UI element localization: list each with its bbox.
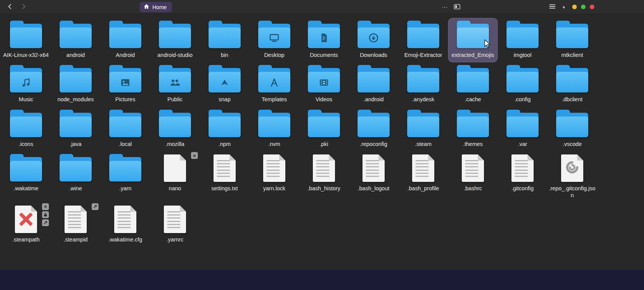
window-controls (572, 5, 594, 9)
folder-icon (159, 68, 191, 92)
file-item[interactable]: .bash_profile (398, 151, 448, 203)
folder-icon (506, 113, 539, 137)
file-item[interactable]: yarn.lock (249, 151, 299, 203)
new-tab-button[interactable] (451, 2, 462, 12)
folder-item[interactable]: Music (1, 62, 51, 107)
item-label: yarn.lock (263, 185, 285, 192)
item-icon-area (549, 65, 596, 94)
forward-button[interactable] (18, 2, 29, 12)
folder-item[interactable]: Videos (299, 62, 349, 107)
folder-item[interactable]: .dbclient (547, 62, 597, 107)
folder-item[interactable]: .java (51, 107, 100, 151)
folder-item[interactable]: Desktop (249, 18, 299, 62)
file-icon (65, 206, 87, 233)
item-icon-area (350, 20, 397, 49)
headerbar: Home ⋯ ▾ (0, 0, 644, 14)
folder-item[interactable]: bin (200, 18, 249, 62)
folder-item[interactable]: .wine (51, 151, 100, 203)
folder-item[interactable]: Templates (249, 62, 299, 107)
file-item[interactable]: × nano (150, 151, 200, 203)
file-item[interactable]: ↗ .steampid (51, 203, 100, 247)
folder-icon (60, 68, 92, 92)
more-menu-button[interactable]: ⋯ (439, 2, 450, 12)
folder-item[interactable]: android-studio (150, 18, 200, 62)
location-home-button[interactable]: Home (140, 2, 172, 12)
folder-item[interactable]: .steam (398, 107, 448, 151)
folder-item[interactable]: node_modules (51, 62, 100, 107)
item-icon-area (251, 20, 298, 49)
folder-item[interactable]: .vscode (547, 107, 597, 151)
item-icon-area (52, 154, 99, 183)
folder-item[interactable]: snap (200, 62, 249, 107)
back-icon (7, 3, 13, 11)
folder-item[interactable]: .nvm (249, 107, 299, 151)
music-emblem-icon (20, 77, 32, 88)
item-label: Public (167, 96, 183, 103)
file-item[interactable]: .repo_.gitconfig.json (547, 151, 597, 203)
folder-icon (358, 68, 390, 92)
folder-item[interactable]: .pki (299, 107, 349, 151)
folder-item[interactable]: Android (100, 18, 150, 62)
item-icon-area (300, 109, 348, 138)
folder-item[interactable]: .cache (448, 62, 498, 107)
file-item[interactable]: .bashrc (448, 151, 498, 203)
folder-icon (556, 113, 588, 137)
back-button[interactable] (5, 2, 15, 12)
item-label: mtkclient (561, 52, 583, 58)
file-item[interactable]: ×↗ .steampath (1, 203, 51, 247)
document-emblem-icon (318, 32, 330, 44)
folder-item[interactable]: Emoji-Extractor (398, 18, 448, 62)
folder-item[interactable]: .icons (1, 107, 51, 151)
item-icon-area (350, 65, 397, 94)
item-icon-area (251, 65, 298, 94)
file-item[interactable]: settings.txt (200, 151, 249, 203)
item-icon-area (52, 20, 99, 49)
folder-item[interactable]: .wakatime (1, 151, 51, 203)
maximize-button[interactable] (581, 5, 586, 9)
bottom-strip (0, 270, 644, 290)
folder-item[interactable]: .yarn (100, 151, 150, 203)
folder-icon (556, 24, 588, 48)
item-label: .config (515, 96, 531, 103)
folder-item[interactable]: .npm (200, 107, 249, 151)
folder-icon (506, 68, 539, 92)
folder-item[interactable]: Documents (299, 18, 349, 62)
folder-item[interactable]: .android (349, 62, 398, 107)
item-label: .yarn (119, 185, 131, 192)
file-icon (462, 154, 484, 182)
folder-item[interactable]: .local (100, 107, 150, 151)
folder-icon (258, 68, 290, 92)
close-button[interactable] (590, 5, 594, 9)
file-item[interactable]: .bash_logout (349, 151, 398, 203)
folder-icon (358, 113, 390, 137)
folder-item[interactable]: .config (498, 62, 547, 107)
folder-item[interactable]: Public (150, 62, 200, 107)
file-item[interactable]: .yarnrc (150, 203, 200, 247)
item-icon-area (400, 154, 447, 183)
folder-icon (556, 68, 588, 92)
folder-item[interactable]: .anydesk (398, 62, 448, 107)
file-item[interactable]: .wakatime.cfg (100, 203, 150, 247)
folder-item[interactable]: extracted_Emojis (448, 18, 498, 62)
folder-item[interactable]: .var (498, 107, 547, 151)
folder-item[interactable]: Downloads (349, 18, 398, 62)
minimize-button[interactable] (572, 5, 577, 9)
folder-item[interactable]: .themes (448, 107, 498, 151)
main-menu-button[interactable] (547, 2, 558, 12)
item-label: Music (19, 96, 33, 103)
item-label: AIK-Linux-x32-x64 (3, 52, 49, 58)
folder-item[interactable]: .mozilla (150, 107, 200, 151)
item-icon-area (251, 109, 298, 138)
file-item[interactable]: .gitconfig (498, 151, 547, 203)
folder-item[interactable]: AIK-Linux-x32-x64 (1, 18, 51, 62)
folder-item[interactable]: imgtool (498, 18, 547, 62)
folder-item[interactable]: .repoconfig (349, 107, 398, 151)
item-icon-area (350, 154, 397, 183)
view-options-button[interactable]: ▾ (558, 2, 569, 12)
item-label: .vscode (563, 141, 582, 147)
file-item[interactable]: .bash_history (299, 151, 349, 203)
folder-item[interactable]: Pictures (100, 62, 150, 107)
folder-item[interactable]: mtkclient (547, 18, 597, 62)
folder-item[interactable]: android (51, 18, 100, 62)
emblem-badges: × (191, 152, 198, 159)
